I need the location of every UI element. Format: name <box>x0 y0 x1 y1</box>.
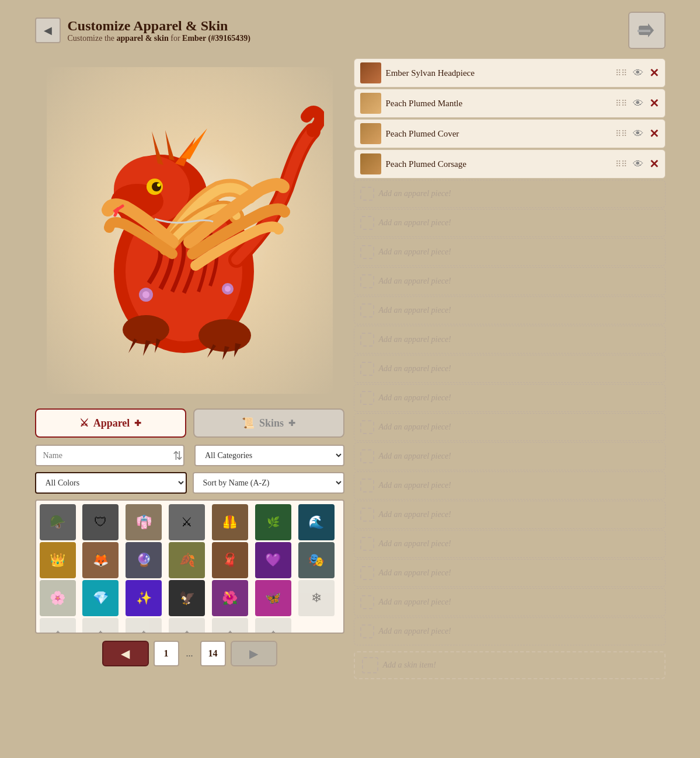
svg-point-10 <box>157 183 161 187</box>
apparel-slot-9[interactable]: Add an apparel piece! <box>354 296 666 324</box>
share-button[interactable] <box>628 12 666 49</box>
list-item[interactable]: 🌊 <box>298 504 335 540</box>
apparel-slot-14[interactable]: Add an apparel piece! <box>354 442 666 470</box>
eye-button-4[interactable]: 👁 <box>633 158 643 170</box>
apparel-empty-11: Add an apparel piece! <box>379 364 659 373</box>
list-item[interactable]: 👘 <box>126 504 162 540</box>
apparel-slot-17[interactable]: Add an apparel piece! <box>354 530 666 558</box>
apparel-slot-5[interactable]: Add an apparel piece! <box>354 180 666 208</box>
list-item[interactable]: 🧣 <box>212 542 248 578</box>
apparel-slot-1: Ember Sylvan Headpiece ⠿⠿ 👁 ✕ <box>354 58 666 88</box>
eye-button-2[interactable]: 👁 <box>633 97 643 110</box>
category-filter[interactable]: All Categories <box>194 445 344 466</box>
list-item[interactable]: 👑 <box>40 542 76 578</box>
skins-tab-label: Skins <box>259 417 284 429</box>
apparel-empty-10: Add an apparel piece! <box>379 335 659 344</box>
list-item[interactable]: ✨ <box>126 580 162 616</box>
list-item[interactable]: ❄ <box>126 618 162 633</box>
apparel-slot-2: Peach Plumed Mantle ⠿⠿ 👁 ✕ <box>354 89 666 118</box>
list-item[interactable]: 🍂 <box>169 542 205 578</box>
apparel-list: Ember Sylvan Headpiece ⠿⠿ 👁 ✕ Peach Plum… <box>354 58 666 645</box>
list-item[interactable]: ❄ <box>169 618 205 633</box>
list-item[interactable]: 🪖 <box>40 504 76 540</box>
filters-row2: All Colors Sort by Name (A-Z) <box>35 472 344 494</box>
empty-icon-6 <box>360 216 374 230</box>
drag-handle-3[interactable]: ⠿⠿ <box>615 129 627 139</box>
list-item[interactable]: ❄ <box>255 618 291 633</box>
list-item[interactable]: ❄ <box>212 618 248 633</box>
skins-tab[interactable]: 📜 Skins ✚ <box>193 408 344 438</box>
apparel-slot-18[interactable]: Add an apparel piece! <box>354 559 666 587</box>
apparel-slot-12[interactable]: Add an apparel piece! <box>354 384 666 412</box>
apparel-empty-12: Add an apparel piece! <box>379 393 659 403</box>
remove-button-2[interactable]: ✕ <box>649 96 659 110</box>
empty-icon-7 <box>360 245 374 259</box>
list-item[interactable]: 🦺 <box>212 504 248 540</box>
apparel-actions-3: ⠿⠿ 👁 ✕ <box>615 127 659 141</box>
page-dots: ... <box>184 648 196 659</box>
apparel-slot-7[interactable]: Add an apparel piece! <box>354 238 666 266</box>
apparel-actions-4: ⠿⠿ 👁 ✕ <box>615 157 659 171</box>
list-item[interactable]: ❄ <box>40 618 76 633</box>
dragon-image <box>47 67 333 394</box>
apparel-name-1: Ember Sylvan Headpiece <box>386 68 611 78</box>
drag-handle-4[interactable]: ⠿⠿ <box>615 159 627 169</box>
list-item[interactable]: 🌸 <box>40 580 76 616</box>
apparel-thumb-2 <box>360 93 381 114</box>
apparel-slot-6[interactable]: Add an apparel piece! <box>354 209 666 237</box>
svg-point-11 <box>123 315 169 344</box>
list-item[interactable]: 🦋 <box>255 580 291 616</box>
eye-button-1[interactable]: 👁 <box>633 67 643 79</box>
apparel-name-3: Peach Plumed Cover <box>386 129 611 139</box>
drag-handle-1[interactable]: ⠿⠿ <box>615 68 627 78</box>
list-item[interactable]: 🔮 <box>126 542 162 578</box>
list-item[interactable]: ⚔ <box>169 504 205 540</box>
apparel-tab[interactable]: ⚔ Apparel ✚ <box>35 408 186 438</box>
apparel-slot-8[interactable]: Add an apparel piece! <box>354 267 666 295</box>
list-item[interactable]: ❄ <box>82 618 119 633</box>
back-button[interactable]: ◀ <box>35 18 61 43</box>
apparel-slot-10[interactable]: Add an apparel piece! <box>354 326 666 354</box>
empty-icon-18 <box>360 566 374 580</box>
apparel-empty-13: Add an apparel piece! <box>379 422 659 432</box>
pagination: ◀ 1 ... 14 ▶ <box>35 641 344 666</box>
apparel-slot-11[interactable]: Add an apparel piece! <box>354 355 666 383</box>
skin-empty-label: Add a skin item! <box>383 661 436 670</box>
remove-button-1[interactable]: ✕ <box>649 66 659 80</box>
drag-handle-2[interactable]: ⠿⠿ <box>615 99 627 109</box>
apparel-slot-20[interactable]: Add an apparel piece! <box>354 617 666 645</box>
empty-icon-13 <box>360 420 374 434</box>
apparel-slot-16[interactable]: Add an apparel piece! <box>354 501 666 529</box>
list-item[interactable]: 💎 <box>82 580 119 616</box>
share-icon <box>636 20 657 41</box>
apparel-slot-13[interactable]: Add an apparel piece! <box>354 413 666 441</box>
list-item[interactable]: 🌿 <box>255 504 291 540</box>
next-page-button[interactable]: ▶ <box>231 641 277 666</box>
content-area: ⚔ Apparel ✚ 📜 Skins ✚ ⇅ All Categories <box>35 58 666 679</box>
skin-slot[interactable]: Add a skin item! <box>354 651 666 679</box>
list-item[interactable]: 🌺 <box>212 580 248 616</box>
sort-icon: ⇅ <box>173 445 183 466</box>
apparel-empty-6: Add an apparel piece! <box>379 218 659 228</box>
apparel-slot-15[interactable]: Add an apparel piece! <box>354 471 666 499</box>
remove-button-4[interactable]: ✕ <box>649 157 659 171</box>
list-item[interactable]: 💜 <box>255 542 291 578</box>
apparel-slot-19[interactable]: Add an apparel piece! <box>354 588 666 616</box>
list-item[interactable]: 🦅 <box>169 580 205 616</box>
prev-page-button[interactable]: ◀ <box>102 641 149 666</box>
apparel-empty-17: Add an apparel piece! <box>379 539 659 549</box>
sort-filter[interactable]: Sort by Name (A-Z) <box>193 472 344 494</box>
svg-point-9 <box>152 182 161 191</box>
tab-area: ⚔ Apparel ✚ 📜 Skins ✚ <box>35 408 344 438</box>
remove-button-3[interactable]: ✕ <box>649 127 659 141</box>
page-subtitle: Customize the apparel & skin for Ember (… <box>68 34 250 43</box>
list-item[interactable]: 🦊 <box>82 542 119 578</box>
eye-button-3[interactable]: 👁 <box>633 128 643 140</box>
name-filter[interactable] <box>35 445 185 466</box>
list-item[interactable]: 🛡 <box>82 504 119 540</box>
color-filter[interactable]: All Colors <box>35 472 187 494</box>
apparel-empty-14: Add an apparel piece! <box>379 452 659 461</box>
list-item[interactable]: 🎭 <box>298 542 335 578</box>
list-item[interactable]: ❄ <box>298 580 335 616</box>
apparel-empty-7: Add an apparel piece! <box>379 247 659 257</box>
